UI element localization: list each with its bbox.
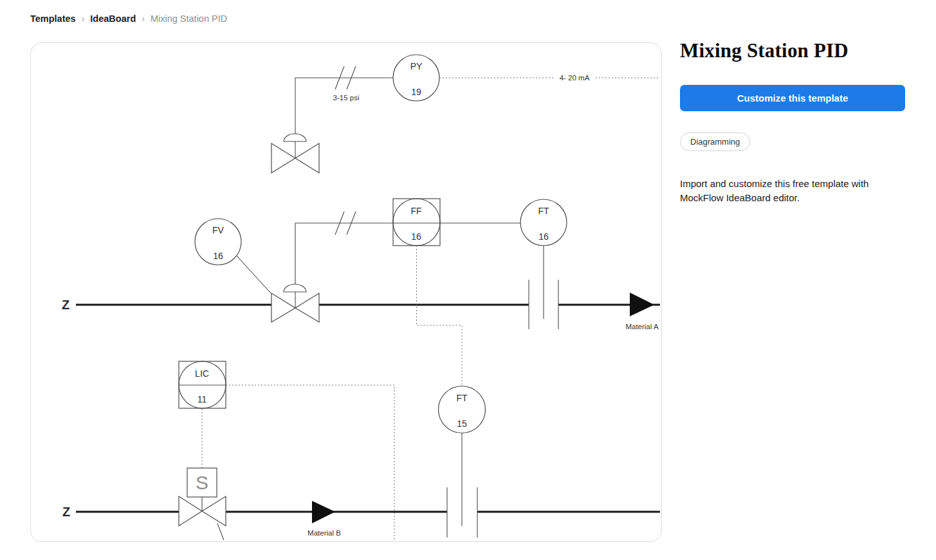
signal-link-lic-right xyxy=(226,385,394,540)
instrument-bubble-ft16: FT 16 xyxy=(520,199,567,246)
solenoid-letter: S xyxy=(196,472,208,493)
customize-template-button[interactable]: Customize this template xyxy=(680,85,905,111)
chevron-right-icon: › xyxy=(82,14,85,24)
valve-leader-line xyxy=(217,523,225,540)
actuator-dome-icon xyxy=(284,284,306,292)
instrument-bubble-py19: PY 19 xyxy=(393,55,439,101)
line-z-label-bottom: Z xyxy=(62,505,70,519)
instrument-tag: FT xyxy=(538,206,549,216)
valve-body-left xyxy=(271,143,295,173)
template-info-panel: Mixing Station PID Customize this templa… xyxy=(680,39,905,214)
pid-diagram: 3-15 psi PY 19 4- 20 mA FV 16 xyxy=(31,43,660,540)
flow-arrow-material-b xyxy=(312,501,335,523)
pneumatic-range-label: 3-15 psi xyxy=(333,94,360,102)
valve-body-left xyxy=(179,496,202,526)
instrument-number: 19 xyxy=(411,87,421,97)
instrument-number: 16 xyxy=(411,231,421,242)
flow-arrow-material-a xyxy=(630,293,654,316)
control-valve-top xyxy=(271,134,319,173)
pneumatic-signal-line-top xyxy=(295,78,393,134)
actuator-dome-icon xyxy=(284,134,306,141)
valve-body-right xyxy=(202,496,226,526)
breadcrumb-item-templates[interactable]: Templates xyxy=(30,14,76,24)
chevron-right-icon: › xyxy=(142,14,145,24)
instrument-number: 16 xyxy=(213,251,223,261)
valve-body-right xyxy=(295,293,319,322)
breadcrumb-item-ideaboard[interactable]: IdeaBoard xyxy=(90,14,136,24)
instrument-number: 16 xyxy=(538,231,549,242)
fv-leader-line xyxy=(237,256,271,293)
valve-body-left xyxy=(271,293,295,322)
instrument-number: 15 xyxy=(457,419,467,429)
material-b-label: Material B xyxy=(307,529,341,537)
solenoid-box: S xyxy=(187,468,217,497)
breadcrumb-item-current: Mixing Station PID xyxy=(151,14,227,24)
instrument-tag: LIC xyxy=(195,368,209,379)
valve-body-right xyxy=(295,143,319,173)
instrument-number: 11 xyxy=(197,394,207,404)
instrument-tag: PY xyxy=(410,61,423,71)
template-preview-canvas: 3-15 psi PY 19 4- 20 mA FV 16 xyxy=(30,42,662,542)
signal-link-ff-ft15 xyxy=(417,246,463,385)
breadcrumb: Templates › IdeaBoard › Mixing Station P… xyxy=(30,14,227,24)
control-valve-mid xyxy=(271,284,319,322)
instrument-tag: FT xyxy=(456,393,468,403)
instrument-tag: FF xyxy=(410,206,421,216)
instrument-tag: FV xyxy=(212,225,225,235)
template-description: Import and customize this free template … xyxy=(680,177,905,205)
line-z-label-top: Z xyxy=(62,298,69,312)
instrument-bubble-lic11: LIC 11 xyxy=(179,361,226,408)
tag-diagramming[interactable]: Diagramming xyxy=(680,132,750,151)
control-valve-bottom xyxy=(179,496,226,526)
page-title: Mixing Station PID xyxy=(680,39,905,64)
current-range-label: 4- 20 mA xyxy=(560,74,590,82)
instrument-bubble-fv16: FV 16 xyxy=(195,219,241,265)
instrument-bubble-ft15: FT 15 xyxy=(439,386,486,433)
material-a-label: Material A xyxy=(625,323,658,330)
